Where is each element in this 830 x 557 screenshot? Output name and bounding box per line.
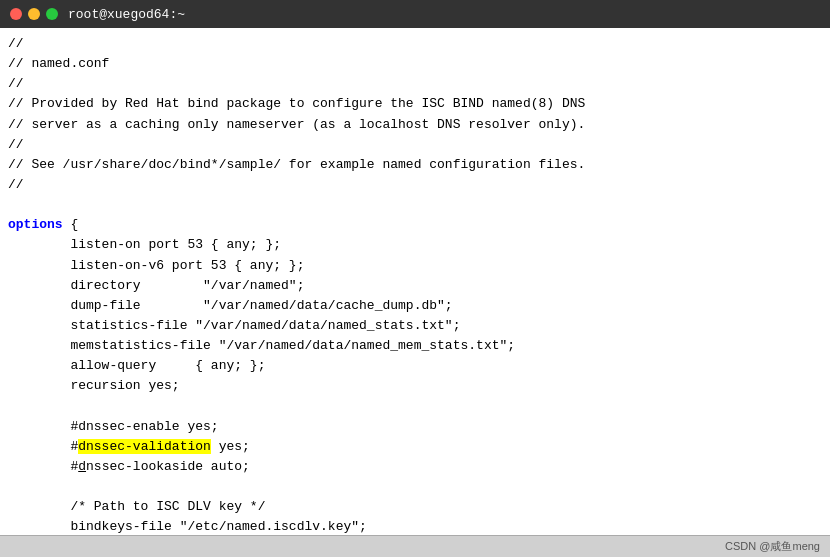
- terminal-window: root@xuegod64:~ // // named.conf // // P…: [0, 0, 830, 557]
- line-12: listen-on-v6 port 53 { any; };: [8, 256, 822, 276]
- line-25: bindkeys-file "/etc/named.iscdlv.key";: [8, 517, 822, 535]
- line-10: options {: [8, 215, 822, 235]
- line-23: [8, 477, 822, 497]
- line-24: /* Path to ISC DLV key */: [8, 497, 822, 517]
- title-text: root@xuegod64:~: [68, 7, 185, 22]
- line-15: statistics-file "/var/named/data/named_s…: [8, 316, 822, 336]
- line-18: recursion yes;: [8, 376, 822, 396]
- line-2: // named.conf: [8, 54, 822, 74]
- dnssec-validation-highlight: dnssec-validation: [78, 439, 211, 454]
- line-19: [8, 397, 822, 417]
- line-6: //: [8, 135, 822, 155]
- close-button[interactable]: [10, 8, 22, 20]
- line-1: //: [8, 34, 822, 54]
- line-8: //: [8, 175, 822, 195]
- line-9: [8, 195, 822, 215]
- line-17: allow-query { any; };: [8, 356, 822, 376]
- minimize-button[interactable]: [28, 8, 40, 20]
- line-22: #dnssec-lookaside auto;: [8, 457, 822, 477]
- code-block: // // named.conf // // Provided by Red H…: [0, 34, 830, 535]
- line-21: #dnssec-validation yes;: [8, 437, 822, 457]
- title-bar-buttons: [10, 8, 58, 20]
- line-11: listen-on port 53 { any; };: [8, 235, 822, 255]
- dnssec-lookaside-underline: d: [78, 459, 86, 474]
- line-7: // See /usr/share/doc/bind*/sample/ for …: [8, 155, 822, 175]
- bottom-bar: CSDN @咸鱼meng: [0, 535, 830, 557]
- maximize-button[interactable]: [46, 8, 58, 20]
- title-bar: root@xuegod64:~: [0, 0, 830, 28]
- line-13: directory "/var/named";: [8, 276, 822, 296]
- line-4: // Provided by Red Hat bind package to c…: [8, 94, 822, 114]
- line-14: dump-file "/var/named/data/cache_dump.db…: [8, 296, 822, 316]
- watermark-text: CSDN @咸鱼meng: [725, 539, 820, 554]
- content-area: // // named.conf // // Provided by Red H…: [0, 28, 830, 535]
- options-keyword: options: [8, 217, 63, 232]
- line-3: //: [8, 74, 822, 94]
- line-16: memstatistics-file "/var/named/data/name…: [8, 336, 822, 356]
- line-5: // server as a caching only nameserver (…: [8, 115, 822, 135]
- line-20: #dnssec-enable yes;: [8, 417, 822, 437]
